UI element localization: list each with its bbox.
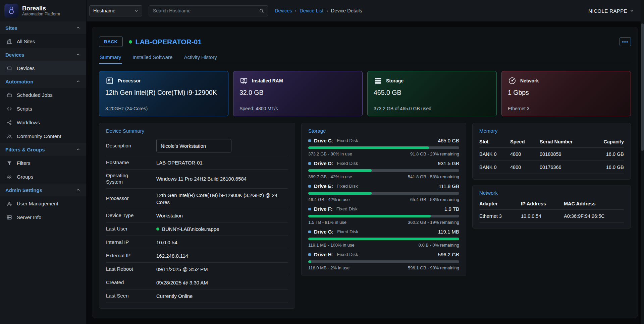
section-label: Filters & Groups bbox=[5, 147, 45, 152]
sidebar-item-server-info[interactable]: Server Info bbox=[0, 210, 86, 224]
sidebar-item-filters[interactable]: Filters bbox=[0, 156, 86, 170]
drive-name: Drive E: bbox=[314, 183, 333, 189]
breadcrumb-device-list[interactable]: Device List bbox=[300, 8, 323, 13]
used-text: 46.4 GB - 42% in use bbox=[308, 197, 350, 202]
online-status-dot bbox=[156, 228, 159, 231]
sidebar-item-user-management[interactable]: User Management bbox=[0, 197, 86, 210]
usage-bar bbox=[308, 260, 459, 263]
usage-bar-fill bbox=[308, 260, 311, 263]
storage-title: Storage bbox=[308, 128, 459, 134]
device-summary-panel: Device Summary Description Hostname LAB-… bbox=[99, 123, 295, 309]
memory-header-capacity: Capacity bbox=[591, 136, 624, 148]
free-text: 596.1 GB - 98% remaining bbox=[408, 265, 459, 270]
stat-head: Network bbox=[508, 76, 625, 85]
sidebar-item-community-content[interactable]: Community Content bbox=[0, 129, 86, 143]
scrollbar-thumb[interactable] bbox=[641, 23, 644, 151]
filter-icon bbox=[6, 160, 12, 166]
sidebar-item-label: All Sites bbox=[17, 39, 35, 44]
usage-bar-fill bbox=[308, 192, 372, 195]
sidebar-item-groups[interactable]: Groups bbox=[0, 170, 86, 184]
used-text: 116.0 MB - 2% in use bbox=[308, 265, 350, 270]
tab-activity-history[interactable]: Activity History bbox=[183, 53, 217, 64]
description-input[interactable] bbox=[156, 139, 231, 152]
row-label: External IP bbox=[106, 253, 142, 259]
back-button[interactable]: BACK bbox=[99, 37, 123, 47]
drive-type: Fixed Disk bbox=[337, 184, 358, 189]
right-column: Memory Slot Speed Serial Number Capacity… bbox=[472, 123, 631, 229]
usage-bar-fill bbox=[308, 169, 372, 172]
drive-c: Drive C: Fixed Disk 465.0 GB 373.2 GB - … bbox=[308, 138, 459, 156]
memory-cell: 4800 bbox=[510, 161, 540, 174]
brand: Borealis Automation Platform bbox=[0, 0, 86, 21]
chevron-up-icon bbox=[75, 52, 81, 57]
row-value: 162.248.8.114 bbox=[142, 252, 288, 259]
drive-bullet-icon bbox=[308, 231, 311, 233]
row-value: 09/11/2025 @ 3:52 PM bbox=[142, 266, 288, 273]
row-label: Last Reboot bbox=[106, 266, 142, 272]
usage-bar bbox=[308, 192, 459, 195]
chevron-up-icon bbox=[75, 25, 81, 30]
row-value: LAB-OPERATOR-01 bbox=[142, 159, 288, 166]
network-cell: A0:36:9F:94:26:5C bbox=[564, 210, 624, 223]
sidebar-section-sites[interactable]: Sites bbox=[0, 21, 86, 35]
section-label: Automation bbox=[5, 79, 33, 84]
stat-title: Processor bbox=[118, 78, 141, 83]
row-value: Workstation bbox=[142, 212, 288, 219]
search-input[interactable] bbox=[153, 8, 259, 13]
row-value: 12th Gen Intel(R) Core(TM) i9-12900K (3.… bbox=[142, 192, 288, 206]
drive-size: 931.5 GB bbox=[438, 160, 459, 166]
memory-header-serial: Serial Number bbox=[540, 136, 591, 148]
stat-title: Network bbox=[520, 78, 539, 83]
drive-usage-text: 389.7 GB - 42% in use 541.8 GB - 58% rem… bbox=[308, 174, 459, 179]
hostname-filter-select[interactable]: Hostname bbox=[89, 5, 142, 16]
row-label: Last Seen bbox=[106, 293, 142, 299]
sidebar-item-devices[interactable]: Devices bbox=[0, 61, 86, 75]
sidebar-item-label: Workflows bbox=[17, 120, 40, 125]
more-options-icon: ••• bbox=[622, 39, 629, 44]
cpu-icon bbox=[105, 76, 114, 85]
drive-f: Drive F: Fixed Disk 1.9 TB 1.5 TB - 81% … bbox=[308, 206, 459, 225]
tab-installed-software[interactable]: Installed Software bbox=[132, 53, 173, 64]
sidebar-item-all-sites[interactable]: All Sites bbox=[0, 35, 86, 48]
search-box bbox=[149, 5, 268, 16]
more-options-button[interactable]: ••• bbox=[620, 37, 631, 46]
drive-type: Fixed Disk bbox=[337, 138, 358, 143]
sidebar-item-label: User Management bbox=[17, 201, 58, 206]
usage-bar bbox=[308, 238, 459, 240]
drive-type: Fixed Disk bbox=[337, 229, 358, 234]
tabs: Summary Installed Software Activity Hist… bbox=[99, 53, 631, 64]
sidebar-item-label: Scripts bbox=[17, 106, 32, 112]
row-label: Operating System bbox=[106, 173, 142, 185]
memory-cell: 00176366 bbox=[540, 161, 591, 174]
ram-card: Installed RAM 32.0 GB Speed: 4800 MT/s bbox=[233, 71, 363, 116]
drive-name: Drive D: bbox=[314, 160, 333, 166]
breadcrumb-devices[interactable]: Devices bbox=[275, 8, 292, 13]
stat-head: Storage bbox=[374, 76, 490, 85]
sidebar-section-automation[interactable]: Automation bbox=[0, 75, 86, 88]
sidebar-section-admin-settings[interactable]: Admin Settings bbox=[0, 184, 86, 197]
drive-g: Drive G: Fixed Disk 119.1 MB 119.1 MB - … bbox=[308, 229, 459, 248]
drive-h: Drive H: Fixed Disk 596.2 GB 116.0 MB - … bbox=[308, 252, 459, 270]
drive-bullet-icon bbox=[308, 185, 311, 188]
stat-footer: 3.20GHz (24-Cores) bbox=[105, 106, 222, 111]
network-cell: Ethernet 3 bbox=[479, 210, 521, 223]
summary-row-internal-ip: Internal IP 10.0.0.54 bbox=[106, 236, 288, 249]
tab-summary[interactable]: Summary bbox=[99, 53, 122, 64]
sidebar-item-scripts[interactable]: Scripts bbox=[0, 102, 86, 116]
user-menu[interactable]: NICOLE RAPPE bbox=[588, 8, 635, 14]
group-icon bbox=[6, 174, 12, 180]
drive-type: Fixed Disk bbox=[336, 206, 358, 211]
network-cell: 10.0.0.54 bbox=[521, 210, 564, 223]
sidebar-section-filters-groups[interactable]: Filters & Groups bbox=[0, 143, 86, 156]
memory-cell: 16.0 GB bbox=[591, 148, 624, 161]
sidebar-item-scheduled-jobs[interactable]: Scheduled Jobs bbox=[0, 88, 86, 102]
drive-head: Drive H: Fixed Disk 596.2 GB bbox=[308, 252, 459, 257]
sidebar-section-devices[interactable]: Devices bbox=[0, 48, 86, 61]
row-label: Last User bbox=[106, 226, 142, 232]
row-value bbox=[142, 139, 288, 152]
sidebar-item-workflows[interactable]: Workflows bbox=[0, 116, 86, 129]
chevron-up-icon bbox=[75, 79, 81, 84]
drive-size: 111.8 GB bbox=[439, 183, 459, 189]
brand-name: Borealis bbox=[22, 5, 60, 12]
summary-row-last-user: Last User BUNNY-LAB\nicole.rappe bbox=[106, 222, 288, 236]
